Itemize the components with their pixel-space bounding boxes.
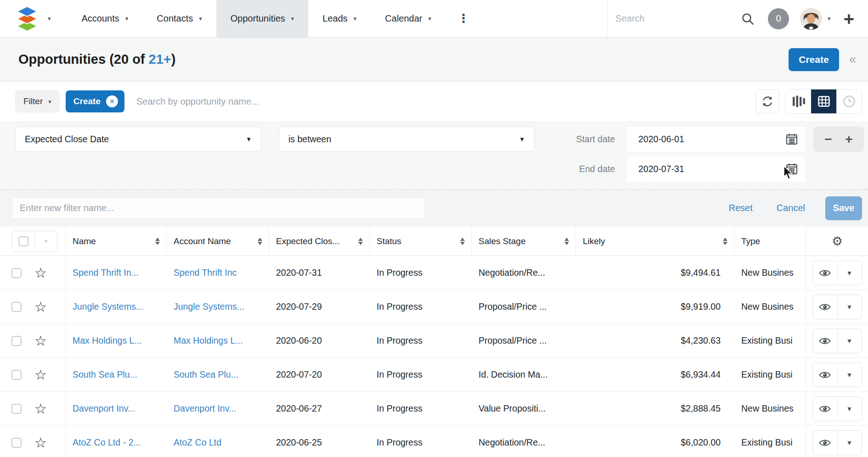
refresh-button[interactable] bbox=[755, 89, 779, 113]
filter-dropdown-button[interactable]: Filter ▾ bbox=[15, 90, 60, 112]
column-header-sales_stage[interactable]: Sales Stage bbox=[472, 227, 576, 256]
opportunity-name-link[interactable]: Max Holdings L... bbox=[73, 335, 142, 346]
preview-eye-button[interactable] bbox=[813, 295, 837, 319]
opportunity-type: Existing Busi bbox=[734, 324, 806, 357]
search-icon[interactable] bbox=[741, 12, 754, 25]
row-select-cell: ☆ bbox=[0, 256, 66, 290]
row-checkbox[interactable] bbox=[11, 370, 22, 380]
sort-icon[interactable] bbox=[564, 238, 569, 245]
record-count-link[interactable]: 21+ bbox=[149, 52, 171, 67]
page-header-actions: Create « bbox=[789, 48, 856, 71]
list-view-button[interactable] bbox=[811, 89, 836, 113]
row-actions-caret[interactable]: ▼ bbox=[837, 363, 862, 387]
favorite-star-icon[interactable]: ☆ bbox=[34, 334, 47, 348]
favorite-star-icon[interactable]: ☆ bbox=[34, 368, 47, 382]
user-menu[interactable]: ▾ bbox=[800, 8, 831, 30]
account-name-cell: Jungle Systems... bbox=[167, 290, 269, 323]
notification-badge[interactable]: 0 bbox=[768, 8, 789, 29]
app-logo[interactable]: ▾ bbox=[14, 6, 51, 31]
row-checkbox[interactable] bbox=[11, 336, 22, 346]
remove-criteria-button[interactable]: − bbox=[818, 133, 839, 146]
preview-eye-button[interactable] bbox=[813, 329, 837, 353]
reset-button[interactable]: Reset bbox=[728, 203, 752, 213]
add-criteria-button[interactable]: + bbox=[839, 133, 859, 146]
column-label: Type bbox=[741, 236, 760, 246]
filter-operator-select[interactable]: is between ▼ bbox=[279, 127, 535, 152]
sugarcrm-logo-icon bbox=[14, 6, 40, 31]
column-header-name[interactable]: Name bbox=[66, 227, 167, 256]
account-name-link[interactable]: Jungle Systems... bbox=[174, 301, 244, 312]
nav-item-accounts[interactable]: Accounts▾ bbox=[68, 0, 143, 37]
nav-item-contacts[interactable]: Contacts▾ bbox=[142, 0, 216, 37]
opportunity-name-link[interactable]: Davenport Inv... bbox=[73, 403, 135, 414]
more-modules-kebab-icon[interactable]: ⋮ bbox=[457, 11, 469, 26]
start-date-input[interactable] bbox=[627, 127, 805, 152]
chevron-down-icon: ▾ bbox=[428, 16, 432, 22]
sort-icon[interactable] bbox=[155, 238, 160, 245]
row-checkbox[interactable] bbox=[11, 268, 22, 278]
calendar-icon[interactable] bbox=[786, 133, 798, 147]
row-actions-caret[interactable]: ▼ bbox=[837, 397, 862, 421]
list-search-input[interactable] bbox=[124, 96, 755, 107]
end-date-label: End date bbox=[559, 164, 615, 174]
cancel-button[interactable]: Cancel bbox=[777, 203, 805, 213]
column-header-type[interactable]: Type bbox=[734, 227, 806, 256]
row-checkbox[interactable] bbox=[11, 302, 22, 312]
row-actions-caret[interactable]: ▼ bbox=[837, 431, 862, 455]
select-all-checkbox[interactable] bbox=[12, 231, 34, 251]
favorite-star-icon[interactable]: ☆ bbox=[34, 266, 47, 280]
column-header-status[interactable]: Status bbox=[370, 227, 472, 256]
sort-icon[interactable] bbox=[460, 238, 465, 245]
quick-create-plus-button[interactable]: + bbox=[844, 11, 854, 26]
select-menu-caret-icon[interactable]: ▾ bbox=[34, 231, 57, 251]
sales-stage: Value Propositi... bbox=[472, 392, 576, 425]
record-count-suffix: ) bbox=[171, 52, 176, 67]
close-icon[interactable]: ✕ bbox=[106, 95, 118, 107]
favorite-star-icon[interactable]: ☆ bbox=[34, 300, 47, 314]
account-name-link[interactable]: Spend Thrift Inc bbox=[174, 268, 237, 278]
preview-eye-button[interactable] bbox=[813, 363, 837, 387]
account-name-link[interactable]: Max Holdings L... bbox=[174, 335, 243, 346]
sort-icon[interactable] bbox=[258, 238, 262, 245]
column-header-account[interactable]: Account Name bbox=[167, 227, 269, 256]
account-name-link[interactable]: Davenport Inv... bbox=[174, 403, 236, 414]
nav-item-opportunities[interactable]: Opportunities▾ bbox=[216, 0, 309, 37]
opportunity-name-link[interactable]: Spend Thrift In... bbox=[73, 268, 139, 278]
save-button[interactable]: Save bbox=[825, 196, 862, 220]
sort-icon[interactable] bbox=[723, 238, 727, 245]
filter-chip-create[interactable]: Create ✕ bbox=[66, 90, 124, 112]
row-actions-caret[interactable]: ▼ bbox=[837, 261, 862, 285]
sort-icon[interactable] bbox=[358, 238, 363, 245]
caret-down-icon: ▼ bbox=[519, 136, 525, 143]
gear-icon[interactable]: ⚙ bbox=[832, 234, 843, 248]
favorite-star-icon[interactable]: ☆ bbox=[34, 402, 47, 416]
global-search-input[interactable] bbox=[608, 13, 741, 24]
column-view-button[interactable] bbox=[786, 89, 811, 113]
opportunity-name-link[interactable]: AtoZ Co Ltd - 2... bbox=[73, 437, 141, 448]
primary-nav: Accounts▾Contacts▾Opportunities▾Leads▾Ca… bbox=[68, 0, 446, 37]
row-actions-caret[interactable]: ▼ bbox=[837, 295, 862, 319]
preview-eye-button[interactable] bbox=[813, 431, 837, 455]
row-checkbox[interactable] bbox=[11, 438, 22, 448]
sales-stage: Negotiation/Re... bbox=[472, 256, 576, 290]
create-button[interactable]: Create bbox=[789, 48, 839, 71]
column-header-likely[interactable]: Likely bbox=[576, 227, 734, 256]
opportunity-name-link[interactable]: South Sea Plu... bbox=[73, 369, 137, 380]
collapse-panel-icon[interactable]: « bbox=[849, 52, 856, 67]
account-name-link[interactable]: AtoZ Co Ltd bbox=[174, 437, 221, 448]
row-actions-caret[interactable]: ▼ bbox=[837, 329, 862, 353]
filter-name-input[interactable] bbox=[12, 197, 425, 219]
preview-eye-button[interactable] bbox=[813, 261, 837, 285]
calendar-icon[interactable] bbox=[786, 163, 798, 177]
column-header-close_date[interactable]: Expected Clos... bbox=[269, 227, 370, 256]
nav-item-calendar[interactable]: Calendar▾ bbox=[371, 0, 445, 37]
nav-item-leads[interactable]: Leads▾ bbox=[308, 0, 371, 37]
opportunity-name-link[interactable]: Jungle Systems... bbox=[73, 301, 143, 312]
filter-field-select[interactable]: Expected Close Date ▼ bbox=[15, 127, 261, 152]
favorite-star-icon[interactable]: ☆ bbox=[34, 436, 47, 450]
preview-eye-button[interactable] bbox=[813, 397, 837, 421]
row-checkbox[interactable] bbox=[11, 404, 22, 414]
account-name-link[interactable]: South Sea Plu... bbox=[174, 369, 238, 380]
activity-timeline-button[interactable] bbox=[836, 89, 862, 113]
end-date-input[interactable] bbox=[627, 156, 805, 182]
